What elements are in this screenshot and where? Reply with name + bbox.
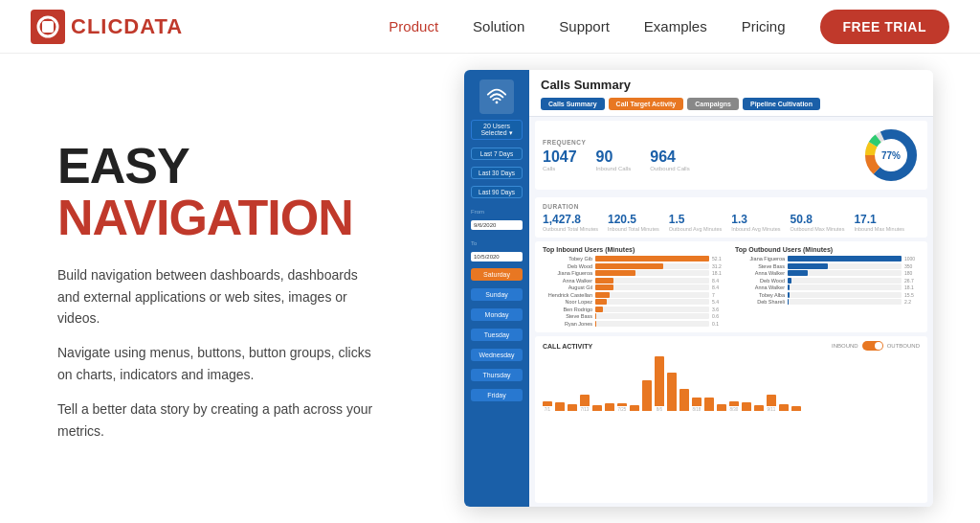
chart-label-3: 7/13 xyxy=(581,407,590,412)
out-bar-0: Jiana Figueroa 1000 xyxy=(735,256,920,262)
call-activity-title: CALL ACTIVITY xyxy=(543,343,592,350)
filter-last30[interactable]: Last 30 Days xyxy=(471,167,523,179)
nav-solution[interactable]: Solution xyxy=(473,18,524,34)
day-tuesday[interactable]: Tuesday xyxy=(471,329,523,341)
chart-bar-2 xyxy=(568,404,577,412)
in-bar-5: Hendrick Castellan 7 xyxy=(543,292,727,298)
dur-metric-4: 50.8 Outbound Max Minutes xyxy=(791,214,845,232)
svg-point-3 xyxy=(496,102,499,104)
main-nav: Product Solution Support Examples Pricin… xyxy=(389,10,949,44)
chart-label-18: 9/11 xyxy=(768,407,776,412)
chart-bar-4 xyxy=(592,405,602,412)
chart-bar-15: 8/30 xyxy=(729,401,739,412)
out-bar-5: Tobey Alba 15.5 xyxy=(735,292,920,298)
chart-bar-9: 8/6 xyxy=(655,356,664,412)
chart-bar-16 xyxy=(742,402,751,412)
sidebar-wifi-icon xyxy=(479,80,514,114)
toggle-pill[interactable] xyxy=(862,341,883,351)
toggle-outbound-label: OUTBOUND xyxy=(887,343,920,349)
nav-product[interactable]: Product xyxy=(389,18,438,34)
dur-metric-1: 120.5 Inbound Total Minutes xyxy=(608,214,659,232)
frequency-label: FREQUENCY xyxy=(543,139,862,146)
dur-metric-2: 1.5 Outbound Avg Minutes xyxy=(669,214,723,232)
chart-bar-10 xyxy=(667,373,677,412)
hero-section: EASY NAVIGATION Build navigation between… xyxy=(0,54,440,523)
tab-pipeline[interactable]: Pipeline Cultivation xyxy=(743,98,820,110)
dur-val-2: 1.5 xyxy=(669,214,723,225)
tab-call-target[interactable]: Call Target Activity xyxy=(609,98,684,110)
calls-label: Calls xyxy=(543,166,577,171)
in-bar-6: Noor Lopez 5.4 xyxy=(543,299,727,305)
outbound-metric: 964 Outbound Calls xyxy=(650,149,689,171)
day-saturday[interactable]: Saturday xyxy=(471,268,523,281)
tab-campaigns[interactable]: Campaigns xyxy=(687,98,739,110)
chart-bar-5 xyxy=(605,403,614,412)
day-monday[interactable]: Monday xyxy=(471,308,523,321)
header: CLICDATA Product Solution Support Exampl… xyxy=(0,0,980,54)
chart-bar-14 xyxy=(717,404,726,412)
dur-label-2: Outbound Avg Minutes xyxy=(669,226,723,232)
chart-bar-18: 9/11 xyxy=(767,395,776,412)
chart-bar-11 xyxy=(679,389,689,412)
dur-label-3: Inbound Avg Minutes xyxy=(731,226,780,232)
chart-label-0: 7/1 xyxy=(545,407,550,412)
dashboard-main: Calls Summary Calls Summary Call Target … xyxy=(529,70,933,507)
filter-last90[interactable]: Last 90 Days xyxy=(471,186,523,198)
db-tabs: Calls Summary Call Target Activity Campa… xyxy=(541,98,922,110)
day-friday[interactable]: Friday xyxy=(471,389,523,401)
inbound-label: Inbound Calls xyxy=(596,166,632,171)
free-trial-button[interactable]: FREE TRIAL xyxy=(820,10,949,44)
out-bar-3: Deb Wood 26.7 xyxy=(735,278,920,284)
svg-rect-2 xyxy=(42,21,54,33)
dur-val-5: 17.1 xyxy=(854,214,904,225)
hero-heading-easy: EASY xyxy=(57,141,402,191)
users-dropdown[interactable]: 20 Users Selected ▾ xyxy=(471,120,523,140)
in-bar-7: Ben Rodrigo 3.6 xyxy=(543,307,727,312)
chart-bar-1 xyxy=(555,402,565,412)
db-header: Calls Summary Calls Summary Call Target … xyxy=(529,70,933,117)
inbound-value: 90 xyxy=(596,149,632,165)
chart-bar-12: 8/18 xyxy=(692,398,702,412)
chart-bar-13 xyxy=(704,398,714,412)
chart-bar-3: 7/13 xyxy=(580,395,590,412)
nav-examples[interactable]: Examples xyxy=(644,18,707,34)
logo-icon xyxy=(31,10,65,44)
chart-label-12: 8/18 xyxy=(693,407,702,412)
chart-label-15: 8/30 xyxy=(730,407,739,412)
out-bar-6: Deb Shareli 2.2 xyxy=(735,299,920,305)
dashboard-preview: 20 Users Selected ▾ Last 7 Days Last 30 … xyxy=(440,54,980,523)
nav-support[interactable]: Support xyxy=(559,18,610,34)
chart-bar-6: 7/25 xyxy=(617,403,627,412)
duration-metrics: 1,427.8 Outbound Total Minutes 120.5 Inb… xyxy=(543,214,920,232)
duration-section: DURATION 1,427.8 Outbound Total Minutes … xyxy=(535,197,927,238)
day-wednesday[interactable]: Wednesday xyxy=(471,349,523,361)
chart-label-9: 8/6 xyxy=(657,407,662,412)
calls-value: 1047 xyxy=(543,149,577,165)
call-activity-chart: 7/17/137/258/68/188/309/11 xyxy=(543,354,920,412)
hero-desc-2: Navigate using menus, buttons, button gr… xyxy=(57,342,383,385)
chart-bar-20 xyxy=(791,406,801,412)
day-sunday[interactable]: Sunday xyxy=(471,288,523,301)
filter-last7[interactable]: Last 7 Days xyxy=(471,148,523,160)
outbound-activity-title: Top Outbound Users (Minutes) xyxy=(735,246,920,253)
outbound-label: Outbound Calls xyxy=(650,166,689,171)
logo-text: CLICDATA xyxy=(71,14,183,39)
inbound-activity: Top Inbound Users (Minutes) Tobey Gib 52… xyxy=(543,246,727,328)
chart-label-6: 7/25 xyxy=(618,407,627,412)
from-date[interactable]: 9/6/2020 xyxy=(471,220,523,230)
dur-label-0: Outbound Total Minutes xyxy=(543,226,598,232)
from-label: From xyxy=(471,209,523,215)
call-activity: CALL ACTIVITY INBOUND OUTBOUND 7/17/137/… xyxy=(535,336,927,503)
in-bar-2: Jiana Figueroa 18.1 xyxy=(543,270,727,276)
outbound-activity: Top Outbound Users (Minutes) Jiana Figue… xyxy=(735,246,920,328)
chart-bar-17 xyxy=(754,405,764,412)
to-date[interactable]: 10/5/2020 xyxy=(471,252,523,262)
tab-calls-summary[interactable]: Calls Summary xyxy=(541,98,605,110)
frequency-section: FREQUENCY 1047 Calls 90 Inbound Calls xyxy=(535,121,927,190)
chart-bar-19 xyxy=(779,404,789,412)
nav-pricing[interactable]: Pricing xyxy=(742,18,786,34)
dur-metric-3: 1.3 Inbound Avg Minutes xyxy=(731,214,780,232)
dur-metric-0: 1,427.8 Outbound Total Minutes xyxy=(543,214,598,232)
day-thursday[interactable]: Thursday xyxy=(471,369,523,381)
out-bar-1: Steve Bass 350 xyxy=(735,263,920,269)
